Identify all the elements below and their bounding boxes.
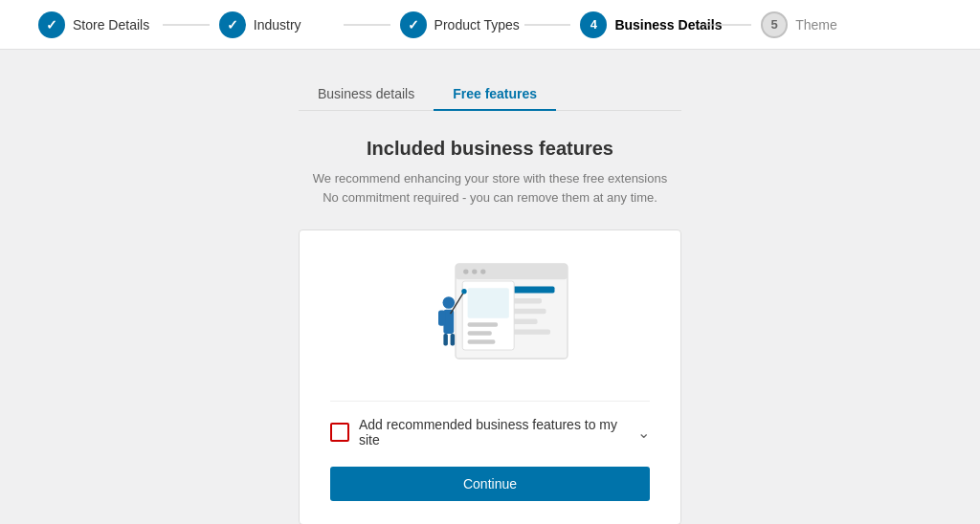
svg-point-21 — [461, 289, 466, 294]
main-content: Business details Free features Included … — [0, 50, 980, 524]
checkbox-label: Add recommended business features to my … — [359, 417, 628, 448]
stepper: ✓ Store Details ✓ Industry ✓ Product Typ… — [0, 0, 980, 50]
chevron-down-icon[interactable]: ⌄ — [637, 424, 650, 442]
section-heading: Included business features — [367, 138, 613, 160]
svg-rect-11 — [468, 288, 509, 318]
svg-rect-19 — [451, 334, 456, 346]
step-circle-theme: 5 — [761, 11, 788, 38]
step-label-industry: Industry — [254, 17, 301, 33]
step-circle-product-types: ✓ — [400, 11, 427, 38]
checkmark-icon: ✓ — [46, 17, 57, 33]
step-number-business-details: 4 — [590, 17, 597, 32]
step-circle-store-details: ✓ — [38, 11, 65, 38]
step-business-details: 4 Business Details — [580, 11, 761, 38]
step-circle-industry: ✓ — [219, 11, 246, 38]
svg-rect-12 — [468, 322, 498, 327]
step-theme: 5 Theme — [761, 11, 942, 38]
step-product-types: ✓ Product Types — [400, 11, 581, 38]
checkmark-icon-product-types: ✓ — [408, 17, 419, 33]
step-circle-business-details: 4 — [580, 11, 607, 38]
tab-business-details[interactable]: Business details — [299, 78, 434, 111]
features-card: Add recommended business features to my … — [299, 229, 681, 524]
svg-point-15 — [443, 296, 456, 309]
svg-point-2 — [463, 269, 468, 273]
card-divider — [330, 401, 650, 402]
svg-rect-17 — [438, 311, 445, 326]
step-label-product-types: Product Types — [434, 17, 520, 33]
step-store-details: ✓ Store Details — [38, 11, 219, 38]
tab-free-features[interactable]: Free features — [434, 78, 556, 111]
step-label-business-details: Business Details — [614, 17, 722, 33]
step-label-store-details: Store Details — [73, 17, 149, 33]
section-subtitle: We recommend enhancing your store with t… — [313, 169, 667, 207]
checkmark-icon-industry: ✓ — [227, 17, 238, 33]
step-label-theme: Theme — [795, 17, 837, 33]
svg-point-4 — [480, 269, 485, 273]
svg-rect-13 — [468, 331, 492, 336]
step-number-theme: 5 — [771, 17, 778, 32]
feature-checkbox[interactable] — [330, 423, 349, 442]
feature-illustration — [404, 253, 576, 378]
continue-button[interactable]: Continue — [330, 467, 650, 501]
svg-point-3 — [472, 269, 477, 273]
step-industry: ✓ Industry — [219, 11, 400, 38]
feature-checkbox-row[interactable]: Add recommended business features to my … — [330, 417, 650, 448]
tab-bar: Business details Free features — [299, 78, 681, 111]
svg-rect-18 — [443, 334, 448, 346]
svg-rect-14 — [468, 339, 496, 344]
